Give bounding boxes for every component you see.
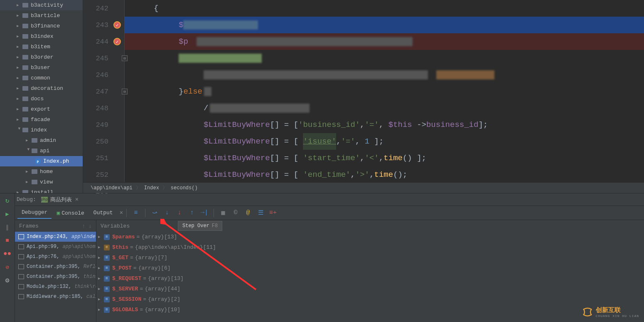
line-number: 249 (96, 121, 108, 129)
code-area[interactable]: { $ $p } else / $LimitBuyWhere[] = ['bus… (125, 0, 644, 193)
breakpoint-icon[interactable] (113, 38, 121, 45)
frame-up-icon[interactable]: ↑ (82, 223, 85, 229)
mute-breakpoints-icon[interactable]: ⊘ (4, 263, 11, 271)
php-file-icon: p (35, 159, 41, 164)
frame-down-icon[interactable]: ↓ (88, 223, 92, 229)
breakpoint-icon[interactable] (113, 21, 121, 29)
variable-item[interactable]: ▶≡$_POST={array} [6] (98, 263, 644, 273)
tree-item-facade[interactable]: ▶facade (0, 114, 83, 125)
code-line-252: $LimitBuyWhere[] = [ 'end_time','>',time… (125, 166, 644, 183)
resume-icon[interactable]: ▶ (4, 210, 11, 218)
tree-item-install[interactable]: ▶install (0, 187, 83, 193)
coin-icon[interactable]: © (231, 208, 241, 218)
tree-item-index[interactable]: ▶index (0, 125, 83, 135)
frame-item[interactable]: Index.php:243, app\inde (15, 232, 96, 242)
frame-item[interactable]: Api.php:76, app\api\hom (15, 252, 96, 262)
chevron-icon: ▶ (98, 235, 104, 239)
settings-icon[interactable]: ⚙ (4, 277, 11, 284)
tab-output[interactable]: Output (89, 207, 117, 218)
tree-item-home[interactable]: ▶home (0, 166, 83, 177)
tree-item-b3order[interactable]: ▶b3order (0, 52, 83, 62)
variable-item[interactable]: ▶≡$this={app\index\api\Index} [11] (98, 242, 644, 253)
breadcrumb-method[interactable]: seconds() (171, 185, 198, 191)
list-icon[interactable]: ☰ (256, 208, 265, 218)
gutter-line-242[interactable]: 242 (83, 0, 124, 17)
breadcrumb[interactable]: \app\index\api〉 Index〉 seconds() (83, 182, 644, 193)
gutter-line-246[interactable]: 246 (83, 67, 124, 83)
variable-item[interactable]: ▶≡$GLOBALS={array} [10] (98, 305, 644, 315)
chevron-icon: ▶ (98, 297, 104, 302)
var-type-icon: ≡ (104, 234, 110, 240)
stop-icon[interactable]: ■ (4, 237, 11, 244)
gutter-line-248[interactable]: 248 (83, 100, 124, 116)
frame-item[interactable]: Container.php:395, think (15, 272, 96, 282)
pause-icon[interactable]: ∥ (4, 223, 11, 231)
chevron-icon: ▶ (17, 3, 22, 7)
force-step-into-icon[interactable]: ↓ (175, 208, 184, 218)
frame-item[interactable]: Module.php:132, think\rc (15, 282, 96, 292)
var-type-icon: ≡ (104, 245, 110, 250)
variable-item[interactable]: ▶≡$_SERVER={array} [44] (98, 284, 644, 294)
gutter-line-250[interactable]: 250 (83, 133, 124, 150)
folder-icon (22, 55, 28, 59)
tree-item-docs[interactable]: ▶docs (0, 94, 83, 104)
step-over-icon[interactable]: ⤻ (150, 208, 160, 218)
frames-title: Frames (19, 223, 39, 229)
gutter-line-243[interactable]: 243 (83, 17, 124, 33)
add-watch-icon[interactable]: ≡+ (268, 208, 278, 218)
frame-item[interactable]: Middleware.php:185, call (15, 292, 96, 302)
chevron-icon: ▶ (17, 13, 22, 18)
file-tree[interactable]: ▶b3activity▶b3article▶b3finance▶b3index▶… (0, 0, 83, 193)
breadcrumb-path[interactable]: \app\index\api (91, 185, 133, 191)
step-into-icon[interactable]: ↓ (162, 208, 172, 218)
variable-item[interactable]: ▶≡$_GET={array} [7] (98, 253, 644, 263)
gutter-line-252[interactable]: 252 (83, 166, 124, 183)
var-type-icon: ≡ (104, 265, 110, 271)
debug-tab-name[interactable]: 商品列表 (50, 196, 72, 203)
tree-item-common[interactable]: ▶common (0, 73, 83, 83)
pixelated-text (436, 70, 494, 79)
watermark-logo-icon (582, 306, 593, 318)
step-out-icon[interactable]: ↑ (187, 208, 197, 218)
tree-item-api[interactable]: ▶api (0, 146, 83, 156)
tree-item-decoration[interactable]: ▶decoration (0, 83, 83, 94)
gutter-line-244[interactable]: 244 (83, 33, 124, 50)
line-number: 243 (96, 21, 108, 29)
tree-item-b3activity[interactable]: ▶b3activity (0, 0, 83, 10)
tree-label: b3user (31, 64, 50, 71)
rerun-icon[interactable]: ↻ (4, 197, 11, 204)
close-icon[interactable]: × (120, 210, 123, 216)
tree-item-b3finance[interactable]: ▶b3finance (0, 21, 83, 31)
show-execution-point-icon[interactable]: ≡ (131, 208, 141, 218)
tab-console[interactable]: ▣Console (52, 207, 88, 219)
at-icon[interactable]: @ (243, 208, 253, 218)
code-keyword: else (183, 83, 202, 100)
tree-item-b3user[interactable]: ▶b3user (0, 62, 83, 73)
frame-item[interactable]: Container.php:395, Refle (15, 262, 96, 272)
breakpoints-icon[interactable]: ●● (4, 250, 11, 258)
tree-item-admin[interactable]: ▶admin (0, 135, 83, 146)
tree-item-index.ph[interactable]: pIndex.ph (0, 156, 83, 166)
frame-item[interactable]: Api.php:99, app\api\hom (15, 242, 96, 252)
variable-item[interactable]: ▶≡$params={array} [13] (98, 232, 644, 242)
close-tab-icon[interactable]: × (75, 196, 79, 203)
tree-item-b3article[interactable]: ▶b3article (0, 10, 83, 21)
variable-item[interactable]: ▶≡$_SESSION={array} [2] (98, 294, 644, 305)
gutter-line-249[interactable]: 249 (83, 116, 124, 133)
tab-debugger[interactable]: Debugger (17, 207, 52, 219)
code-editor[interactable]: 242243244245⊟246247⊟248249250251252253 {… (83, 0, 644, 193)
tree-item-view[interactable]: ▶view (0, 177, 83, 187)
tree-item-b3index[interactable]: ▶b3index (0, 31, 83, 42)
gutter-line-251[interactable]: 251 (83, 150, 124, 166)
pixelated-text (197, 37, 413, 46)
tree-item-b3item[interactable]: ▶b3item (0, 42, 83, 52)
folder-icon (22, 128, 28, 132)
evaluate-icon[interactable]: ▦ (218, 208, 228, 218)
folder-icon (22, 24, 28, 28)
run-to-cursor-icon[interactable]: →| (199, 208, 209, 218)
breadcrumb-class[interactable]: Index (144, 185, 159, 191)
gutter-line-247[interactable]: 247⊟ (83, 83, 124, 100)
gutter-line-245[interactable]: 245⊟ (83, 50, 124, 67)
tree-item-export[interactable]: ▶export (0, 104, 83, 114)
variable-item[interactable]: ▶≡$_REQUEST={array} [13] (98, 273, 644, 284)
